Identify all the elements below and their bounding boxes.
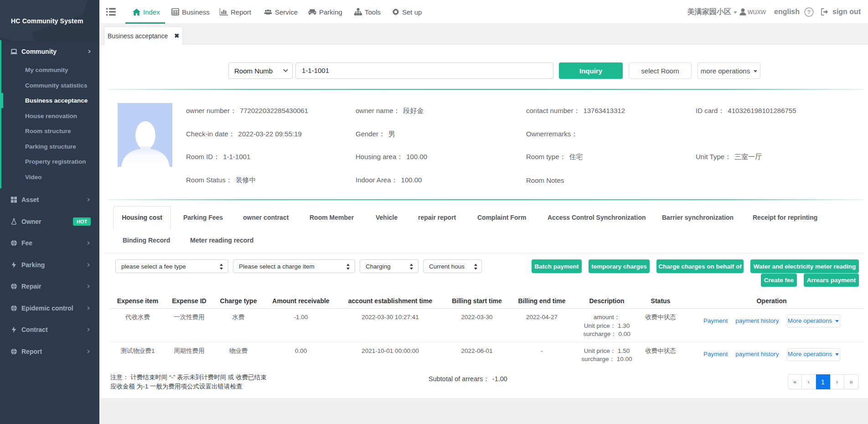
svg-text:?: ?: [807, 9, 811, 16]
